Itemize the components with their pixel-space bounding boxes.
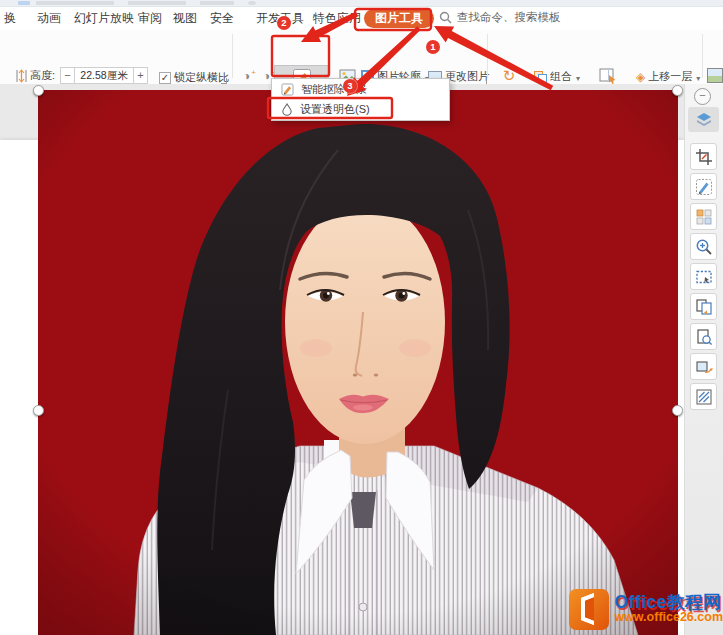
sidebar-item-layers-selected[interactable] bbox=[688, 107, 719, 132]
menu-item-review[interactable]: 审阅 bbox=[138, 10, 162, 27]
checkbox-checked-icon bbox=[159, 72, 171, 84]
menu-item-slideshow[interactable]: 幻灯片放映 bbox=[74, 10, 134, 27]
convert-picture-icon bbox=[695, 358, 713, 376]
tab-picture-tools[interactable]: 图片工具 bbox=[364, 9, 434, 28]
selection-handle-middle-right[interactable] bbox=[672, 405, 683, 416]
collage-layout-icon bbox=[695, 208, 713, 226]
hatch-box-icon bbox=[695, 388, 713, 406]
height-icon bbox=[16, 69, 27, 83]
ribbon-toolbar: 高度: −22.58厘米+ 宽度: −22.58厘米+ 锁定纵横比 重设大小 bbox=[0, 30, 723, 85]
sidebar-marquee-button[interactable] bbox=[690, 263, 717, 290]
background-pen-icon bbox=[695, 178, 713, 196]
chevron-down-icon bbox=[575, 71, 580, 83]
transparent-color-droplet-icon bbox=[281, 103, 293, 116]
bring-forward-label: 上移一层 bbox=[648, 69, 692, 84]
sidebar-find-copy-button[interactable] bbox=[690, 323, 717, 350]
replace-picture-icon bbox=[695, 298, 713, 316]
office26-watermark: Office教程网 www.office26.com bbox=[568, 582, 723, 635]
right-tool-sidebar bbox=[684, 84, 723, 635]
id-photo-picture[interactable] bbox=[38, 90, 678, 635]
command-search[interactable]: 查找命令、搜索模板 bbox=[439, 10, 561, 25]
titlebar-plus-icon bbox=[248, 1, 256, 5]
sidebar-collage-button[interactable] bbox=[690, 203, 717, 230]
office-logo-icon bbox=[568, 586, 610, 632]
layers-icon bbox=[695, 111, 713, 129]
watermark-url: www.office26.com bbox=[614, 611, 723, 624]
selection-handle-middle-left[interactable] bbox=[33, 405, 44, 416]
sidebar-hatch-box-button[interactable] bbox=[690, 383, 717, 410]
menu-item-security[interactable]: 安全 bbox=[210, 10, 234, 27]
zoom-in-icon bbox=[695, 238, 713, 256]
sidebar-zoom-button[interactable] bbox=[690, 233, 717, 260]
menu-bar: 换 动画 幻灯片放映 审阅 视图 安全 开发工具 特色应用 图片工具 查找命令、… bbox=[0, 7, 723, 30]
marquee-selection-icon bbox=[695, 268, 713, 286]
search-label: 查找命令、搜索模板 bbox=[457, 10, 561, 25]
increase-contrast-button[interactable]: + bbox=[238, 68, 255, 84]
height-value-field[interactable]: 22.58厘米 bbox=[75, 67, 133, 84]
plus-mark-icon: + bbox=[251, 65, 256, 81]
remove-background-dropdown: 智能抠除背景 设置透明色(S) bbox=[271, 78, 450, 121]
menu-item-smart-remove-background[interactable]: 智能抠除背景 bbox=[272, 79, 449, 99]
smart-remove-label: 智能抠除背景 bbox=[301, 82, 367, 97]
titlebar-doc-icon bbox=[18, 1, 30, 5]
sidebar-crop-button[interactable] bbox=[690, 143, 717, 170]
selection-handle-top-left[interactable] bbox=[33, 85, 44, 96]
menu-item-set-transparent-color[interactable]: 设置透明色(S) bbox=[272, 99, 449, 119]
rotate-icon: ↻ bbox=[503, 68, 516, 83]
menu-item-special-apps[interactable]: 特色应用 bbox=[313, 10, 361, 27]
group-button[interactable]: 组合 bbox=[534, 68, 580, 85]
sidebar-replace-picture-button[interactable] bbox=[690, 293, 717, 320]
slide-workspace bbox=[0, 84, 723, 635]
titlebar bbox=[0, 0, 723, 7]
menu-item-animation[interactable]: 动画 bbox=[37, 10, 61, 27]
selection-handle-top-right[interactable] bbox=[672, 85, 683, 96]
menu-item-view[interactable]: 视图 bbox=[173, 10, 197, 27]
clipped-picture-icon[interactable] bbox=[707, 68, 723, 83]
titlebar-text-mark bbox=[36, 1, 114, 5]
menu-item-devtools[interactable]: 开发工具 bbox=[256, 10, 304, 27]
search-icon bbox=[439, 11, 452, 24]
collapse-sidebar-button[interactable] bbox=[694, 88, 711, 105]
find-copy-icon bbox=[695, 328, 713, 346]
smart-remove-pen-icon bbox=[281, 83, 294, 96]
bring-forward-icon: ◈ bbox=[636, 70, 645, 84]
bring-forward-button[interactable]: ◈ 上移一层 bbox=[636, 68, 700, 85]
chevron-down-icon bbox=[695, 71, 700, 83]
titlebar-text-mark bbox=[200, 1, 234, 5]
height-label: 高度: bbox=[30, 68, 55, 83]
wps-presentation-window: 换 动画 幻灯片放映 审阅 视图 安全 开发工具 特色应用 图片工具 查找命令、… bbox=[0, 0, 723, 635]
group-label: 组合 bbox=[550, 69, 572, 84]
group-icon bbox=[534, 71, 547, 83]
height-increase-button[interactable]: + bbox=[133, 67, 148, 84]
menu-item-transition[interactable]: 换 bbox=[4, 10, 16, 27]
set-transparent-label: 设置透明色(S) bbox=[300, 102, 370, 117]
titlebar-text-mark bbox=[128, 1, 186, 5]
sidebar-convert-picture-button[interactable] bbox=[690, 353, 717, 380]
sidebar-remove-background-button[interactable] bbox=[690, 173, 717, 200]
selection-pane-icon bbox=[599, 68, 617, 84]
height-decrease-button[interactable]: − bbox=[60, 67, 75, 84]
crop-icon bbox=[695, 148, 713, 166]
watermark-title: Office教程网 bbox=[614, 593, 723, 611]
